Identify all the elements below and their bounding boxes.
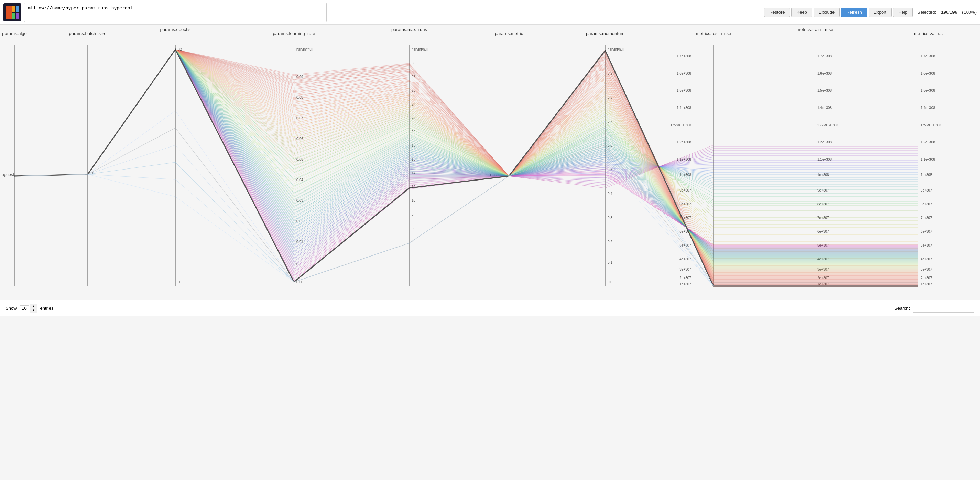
test-tick-14e308: 1.4e+308: [677, 106, 691, 110]
axis-label-metric: params.metric: [495, 31, 523, 36]
search-area: Search:: [894, 304, 975, 313]
val-tick-17e308: 1.7e+308: [921, 54, 935, 58]
test-tick-12e308: 1.2e+308: [677, 140, 691, 144]
search-label: Search:: [894, 306, 910, 311]
mom-tick-04: 0.4: [608, 192, 612, 195]
mr-tick-nan: nan/inf/null: [412, 48, 428, 51]
parallel-coords-svg: params.algo params.batch_size params.epo…: [0, 25, 980, 300]
svg-rect-1: [13, 5, 15, 13]
app-logo: [3, 3, 21, 21]
train-tick-7e307: 7e+307: [817, 216, 829, 220]
val-tick-11e308: 1.1e+308: [921, 157, 935, 161]
val-tick-2e307: 2e+307: [921, 276, 932, 280]
test-tick-3e307: 3e+307: [679, 267, 691, 271]
axis-label-algo: params.algo: [2, 31, 27, 36]
svg-rect-0: [5, 5, 12, 19]
mr-tick-6: 6: [412, 226, 414, 230]
val-tick-6e307: 6e+307: [921, 230, 932, 234]
test-tick-1e307: 1e+307: [679, 282, 691, 286]
axis-label-maxruns: params.max_runs: [391, 27, 427, 32]
mom-tick-00: 0.0: [608, 280, 612, 284]
test-tick-16e308: 1.6e+308: [677, 72, 691, 75]
lr-tick-006: 0.06: [296, 137, 303, 141]
mom-tick-02: 0.2: [608, 240, 612, 244]
keep-button[interactable]: Keep: [791, 8, 812, 17]
epoch-tick-0: 0: [178, 280, 180, 284]
val-tick-13e308: 1.2999...e+308: [921, 124, 941, 127]
mom-tick-nan: nan/inf/null: [608, 48, 624, 51]
mr-tick-30: 30: [412, 61, 416, 65]
axis-label-test: metrics.test_rmse: [696, 31, 732, 36]
help-button[interactable]: Help: [893, 8, 913, 17]
chart-area: params.algo params.batch_size params.epo…: [0, 25, 980, 300]
search-input[interactable]: [913, 304, 975, 313]
train-tick-13e308: 1.2999...e+308: [817, 124, 838, 127]
svg-rect-3: [13, 13, 15, 19]
show-label: Show: [5, 306, 17, 311]
val-tick-7e307: 7e+307: [921, 216, 932, 220]
val-tick-12e308: 1.2e+308: [921, 140, 935, 144]
axis-label-momentum: params.momentum: [586, 31, 624, 36]
val-tick-1e308: 1e+308: [921, 173, 932, 177]
selected-count: 196/196: [941, 10, 957, 15]
val-tick-3e307: 3e+307: [921, 267, 932, 271]
test-tick-17e308: 1.7e+308: [677, 54, 691, 58]
axis-label-batch: params.batch_size: [69, 31, 106, 36]
axis-label-epochs: params.epochs: [160, 27, 191, 32]
val-tick-15e308: 1.5e+308: [921, 89, 935, 92]
test-tick-2e307: 2e+307: [679, 276, 691, 280]
algo-value-label: uggest: [2, 172, 14, 177]
restore-button[interactable]: Restore: [764, 8, 790, 17]
test-tick-4e307: 4e+307: [679, 257, 691, 261]
train-tick-14e308: 1.4e+308: [817, 106, 832, 110]
train-tick-16e308: 1.6e+308: [817, 72, 832, 75]
val-tick-8e307: 8e+307: [921, 202, 932, 206]
train-tick-17e308: 1.7e+308: [817, 54, 832, 58]
axis-label-train: metrics.train_rmse: [797, 27, 834, 32]
footer: Show 10 ▲ ▼ entries Search:: [0, 300, 980, 316]
show-entries-control: Show 10 ▲ ▼ entries: [5, 304, 54, 313]
train-tick-6e307: 6e+307: [817, 230, 829, 234]
axis-label-lr: params.learning_rate: [273, 31, 315, 36]
entries-label: entries: [40, 306, 54, 311]
entries-increment[interactable]: ▲: [30, 304, 37, 308]
entries-decrement[interactable]: ▼: [30, 308, 37, 313]
mr-tick-8: 8: [412, 213, 414, 216]
mom-tick-01: 0.1: [608, 261, 612, 264]
header-buttons: Restore Keep Exclude Refresh Export Help…: [764, 8, 977, 17]
mom-tick-03: 0.3: [608, 216, 612, 220]
entries-stepper[interactable]: ▲ ▼: [30, 304, 38, 313]
lr-tick-nan: nan/inf/null: [296, 48, 313, 51]
selected-info: Selected: 196/196 (100%): [917, 10, 977, 15]
train-tick-9e307: 9e+307: [817, 188, 829, 192]
test-tick-15e308: 1.5e+308: [677, 89, 691, 92]
val-tick-14e308: 1.4e+308: [921, 106, 935, 110]
val-tick-5e307: 5e+307: [921, 243, 932, 247]
val-tick-4e307: 4e+307: [921, 257, 932, 261]
val-tick-1e307: 1e+307: [921, 282, 932, 286]
exclude-button[interactable]: Exclude: [814, 8, 840, 17]
export-button[interactable]: Export: [869, 8, 892, 17]
selected-label: Selected:: [917, 10, 936, 15]
val-tick-16e308: 1.6e+308: [921, 72, 935, 75]
axis-label-val: metrics.val_r...: [914, 31, 943, 36]
refresh-button[interactable]: Refresh: [841, 8, 867, 17]
header: mlflow://name/hyper_param_runs_hyperopt …: [0, 0, 980, 25]
url-input[interactable]: mlflow://name/hyper_param_runs_hyperopt: [24, 3, 327, 22]
mr-tick-10: 10: [412, 199, 416, 202]
test-tick-13e308: 1.2999...e+308: [671, 124, 691, 127]
selected-pct: (100%): [962, 10, 977, 15]
svg-rect-2: [16, 5, 19, 13]
train-tick-12e308: 1.2e+308: [817, 140, 832, 144]
entries-value: 10: [20, 305, 29, 311]
train-tick-15e308: 1.5e+308: [817, 89, 832, 92]
svg-rect-4: [16, 13, 19, 19]
val-tick-9e307: 9e+307: [921, 188, 932, 192]
